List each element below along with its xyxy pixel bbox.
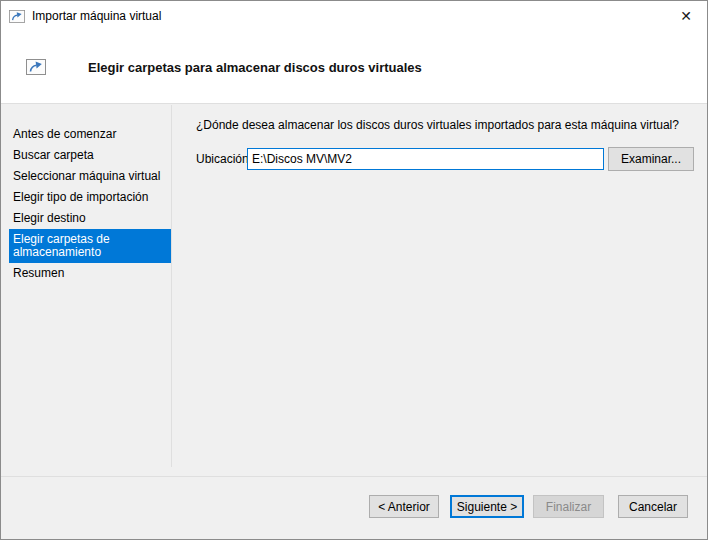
import-vm-icon [9,10,25,23]
window-title: Importar máquina virtual [32,9,665,23]
location-label: Ubicación: [196,152,247,166]
content-area: ¿Dónde desea almacenar los discos duros … [172,105,707,476]
wizard-steps-list: Antes de comenzar Buscar carpeta Selecci… [1,105,171,284]
cancel-button[interactable]: Cancelar [618,495,688,518]
wizard-steps-sidebar: Antes de comenzar Buscar carpeta Selecci… [1,105,171,465]
browse-button[interactable]: Examinar... [608,147,694,171]
close-button[interactable]: ✕ [665,1,707,31]
back-button[interactable]: < Anterior [369,495,439,518]
page-title: Elegir carpetas para almacenar discos du… [88,60,422,75]
step-elegir-tipo-de-importacion[interactable]: Elegir tipo de importación [1,187,171,208]
wizard-footer: < Anterior Siguiente > Finalizar Cancela… [1,476,707,539]
step-buscar-carpeta[interactable]: Buscar carpeta [1,145,171,166]
import-vm-icon [26,59,46,75]
step-elegir-destino[interactable]: Elegir destino [1,208,171,229]
wizard-header: Elegir carpetas para almacenar discos du… [1,31,707,104]
step-seleccionar-maquina-virtual[interactable]: Seleccionar máquina virtual [1,166,171,187]
step-elegir-carpetas-de-almacenamiento-selected[interactable]: Elegir carpetas de almacenamiento [9,229,171,263]
next-button[interactable]: Siguiente > [450,495,524,518]
location-input[interactable] [247,148,604,170]
close-icon: ✕ [680,8,692,24]
finish-button-disabled: Finalizar [533,495,604,518]
import-vm-wizard-window: Importar máquina virtual ✕ Elegir carpet… [0,0,708,540]
storage-question-text: ¿Dónde desea almacenar los discos duros … [196,118,679,133]
step-antes-de-comenzar[interactable]: Antes de comenzar [1,124,171,145]
location-row: Ubicación: Examinar... [196,147,694,171]
titlebar: Importar máquina virtual ✕ [1,1,707,31]
step-resumen[interactable]: Resumen [1,263,171,284]
